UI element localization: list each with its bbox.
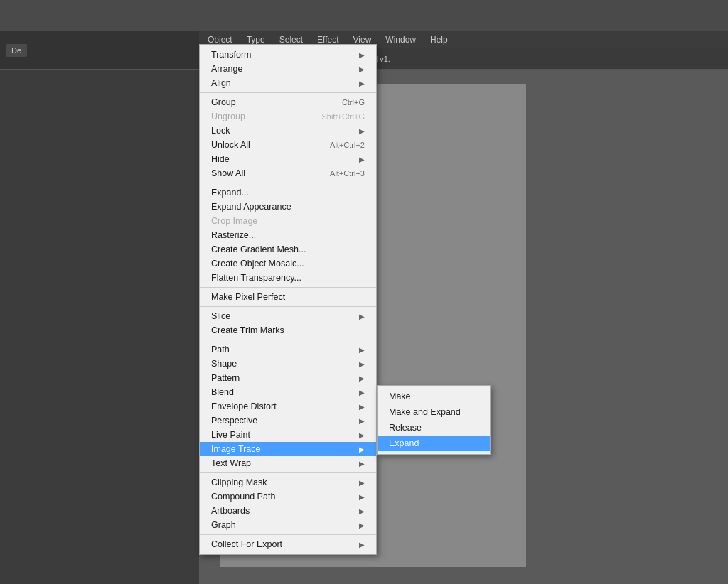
arrow-clipping-mask: ▶: [359, 479, 365, 487]
panel-tab-de[interactable]: De: [6, 44, 27, 57]
arrow-hide: ▶: [359, 156, 365, 163]
menu-compound-path[interactable]: Compound Path ▶: [200, 490, 376, 504]
app-background: De Object Type Select Effect View Window…: [0, 0, 728, 584]
arrow-arrange: ▶: [359, 65, 365, 73]
menu-group[interactable]: Group Ctrl+G: [200, 95, 376, 109]
arrow-collect-for-export: ▶: [359, 541, 365, 548]
image-trace-submenu: Make Make and Expand Release Expand: [377, 385, 491, 455]
menu-rasterize[interactable]: Rasterize...: [200, 228, 376, 242]
menu-envelope-distort[interactable]: Envelope Distort ▶: [200, 399, 376, 413]
submenu-expand[interactable]: Expand: [378, 436, 490, 451]
sep-7: [200, 534, 376, 535]
sep-5: [200, 340, 376, 340]
arrow-path: ▶: [359, 346, 365, 354]
menu-perspective[interactable]: Perspective ▶: [200, 413, 376, 428]
menu-create-gradient-mesh[interactable]: Create Gradient Mesh...: [200, 242, 376, 256]
sep-1: [200, 92, 376, 93]
left-panel: De: [0, 31, 199, 584]
menu-collect-for-export[interactable]: Collect For Export ▶: [200, 537, 376, 551]
menu-slice[interactable]: Slice ▶: [200, 309, 376, 323]
menu-graph[interactable]: Graph ▶: [200, 518, 376, 532]
sep-6: [200, 472, 376, 473]
arrow-slice: ▶: [359, 313, 365, 320]
arrow-perspective: ▶: [359, 417, 365, 425]
menu-path[interactable]: Path ▶: [200, 342, 376, 357]
arrow-compound-path: ▶: [359, 493, 365, 501]
arrow-text-wrap: ▶: [359, 460, 365, 467]
panel-top: De: [0, 31, 199, 70]
arrow-blend: ▶: [359, 389, 365, 396]
arrow-lock: ▶: [359, 127, 365, 135]
menu-hide[interactable]: Hide ▶: [200, 152, 376, 166]
menu-image-trace[interactable]: Image Trace ▶: [200, 442, 376, 456]
menu-unlock-all[interactable]: Unlock All Alt+Ctrl+2: [200, 138, 376, 152]
menu-live-paint[interactable]: Live Paint ▶: [200, 428, 376, 442]
arrow-graph: ▶: [359, 521, 365, 529]
sep-4: [200, 306, 376, 307]
menu-clipping-mask[interactable]: Clipping Mask ▶: [200, 475, 376, 490]
menu-shape[interactable]: Shape ▶: [200, 357, 376, 371]
submenu-make[interactable]: Make: [378, 389, 490, 404]
arrow-artboards: ▶: [359, 507, 365, 515]
menu-make-pixel-perfect[interactable]: Make Pixel Perfect: [200, 290, 376, 304]
menu-align[interactable]: Align ▶: [200, 76, 376, 90]
menu-arrange[interactable]: Arrange ▶: [200, 62, 376, 76]
menu-expand-appearance[interactable]: Expand Appearance: [200, 200, 376, 214]
arrow-envelope-distort: ▶: [359, 403, 365, 411]
menu-create-object-mosaic[interactable]: Create Object Mosaic...: [200, 256, 376, 271]
menu-expand[interactable]: Expand...: [200, 185, 376, 200]
menu-crop-image: Crop Image: [200, 214, 376, 228]
menu-pattern[interactable]: Pattern ▶: [200, 371, 376, 385]
sep-3: [200, 287, 376, 288]
menu-item-help[interactable]: Help: [427, 33, 451, 46]
menu-blend[interactable]: Blend ▶: [200, 385, 376, 399]
menu-create-trim-marks[interactable]: Create Trim Marks: [200, 323, 376, 337]
menu-flatten-transparency[interactable]: Flatten Transparency...: [200, 271, 376, 285]
submenu-release[interactable]: Release: [378, 420, 490, 436]
arrow-pattern: ▶: [359, 374, 365, 382]
arrow-shape: ▶: [359, 360, 365, 368]
menu-lock[interactable]: Lock ▶: [200, 124, 376, 138]
menu-item-window[interactable]: Window: [382, 33, 419, 46]
menu-text-wrap[interactable]: Text Wrap ▶: [200, 456, 376, 470]
arrow-image-trace: ▶: [359, 445, 365, 453]
menu-ungroup: Ungroup Shift+Ctrl+G: [200, 109, 376, 124]
arrow-align: ▶: [359, 80, 365, 87]
menu-artboards[interactable]: Artboards ▶: [200, 504, 376, 518]
arrow-transform: ▶: [359, 51, 365, 59]
menu-show-all[interactable]: Show All Alt+Ctrl+3: [200, 166, 376, 180]
menu-transform[interactable]: Transform ▶: [200, 48, 376, 62]
sep-2: [200, 183, 376, 183]
arrow-live-paint: ▶: [359, 431, 365, 439]
submenu-make-and-expand[interactable]: Make and Expand: [378, 404, 490, 420]
object-dropdown-menu: Transform ▶ Arrange ▶ Align ▶ Group Ctrl…: [199, 44, 377, 555]
